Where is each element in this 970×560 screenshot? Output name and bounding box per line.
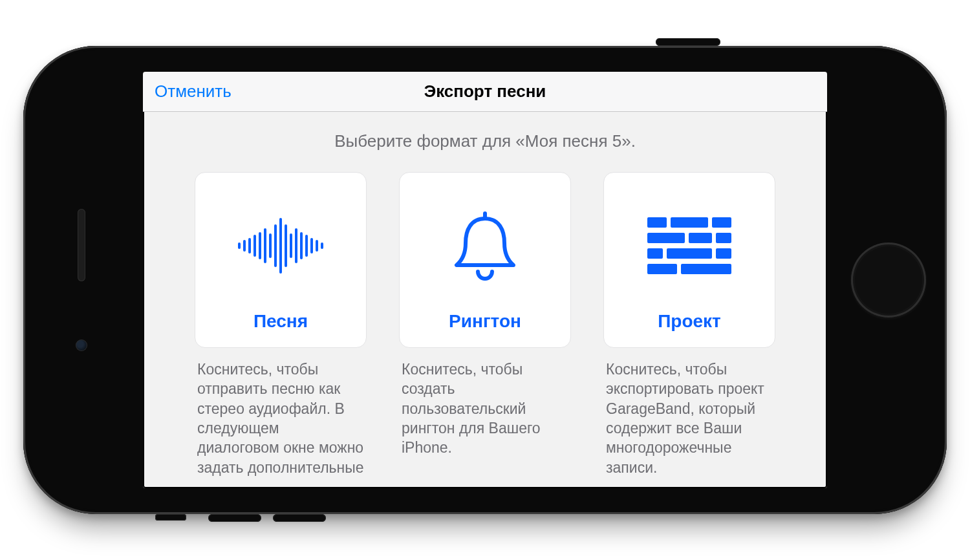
- waveform-icon: [207, 184, 354, 307]
- phone-bezel-left: [30, 72, 133, 488]
- export-option-description: Коснитесь, чтобы создать пользовательски…: [399, 360, 571, 458]
- phone-bezel-right: [837, 72, 940, 488]
- svg-rect-20: [647, 233, 685, 243]
- svg-rect-18: [671, 217, 708, 228]
- content-area: Выберите формат для «Моя песня 5».: [143, 112, 827, 488]
- export-option-label: Проект: [658, 311, 721, 332]
- navigation-bar: Отменить Экспорт песни: [143, 72, 827, 112]
- svg-rect-27: [681, 264, 731, 274]
- export-options: Песня Коснитесь, чтобы отправить песню к…: [195, 172, 775, 477]
- multitrack-icon: [616, 184, 763, 307]
- svg-rect-25: [716, 248, 731, 259]
- svg-rect-19: [712, 217, 731, 228]
- svg-rect-23: [647, 248, 663, 259]
- nav-title: Экспорт песни: [424, 81, 546, 102]
- svg-rect-22: [716, 233, 731, 243]
- earpiece-speaker: [78, 209, 85, 281]
- export-option-song[interactable]: Песня: [195, 172, 367, 348]
- volume-up-button: [208, 514, 261, 522]
- svg-rect-24: [667, 248, 712, 259]
- format-prompt: Выберите формат для «Моя песня 5».: [195, 131, 775, 151]
- cancel-button[interactable]: Отменить: [155, 81, 232, 102]
- export-option-label: Рингтон: [449, 311, 521, 332]
- svg-rect-17: [647, 217, 667, 228]
- export-option-ringtone[interactable]: Рингтон: [399, 172, 571, 348]
- export-option-description: Коснитесь, чтобы отправить песню как сте…: [195, 360, 367, 477]
- power-button: [656, 38, 720, 46]
- iphone-frame: Отменить Экспорт песни Выберите формат д…: [23, 46, 947, 514]
- front-camera: [76, 339, 87, 351]
- export-option-description: Коснитесь, чтобы экспортировать проект G…: [603, 360, 775, 477]
- bell-icon: [411, 184, 559, 307]
- svg-rect-21: [689, 233, 712, 243]
- export-option-project[interactable]: Проект: [603, 172, 775, 348]
- phone-screen: Отменить Экспорт песни Выберите формат д…: [143, 72, 827, 488]
- volume-down-button: [273, 514, 326, 522]
- svg-rect-26: [647, 264, 677, 274]
- mute-switch: [155, 514, 186, 521]
- export-option-label: Песня: [253, 311, 308, 332]
- home-button[interactable]: [851, 242, 926, 318]
